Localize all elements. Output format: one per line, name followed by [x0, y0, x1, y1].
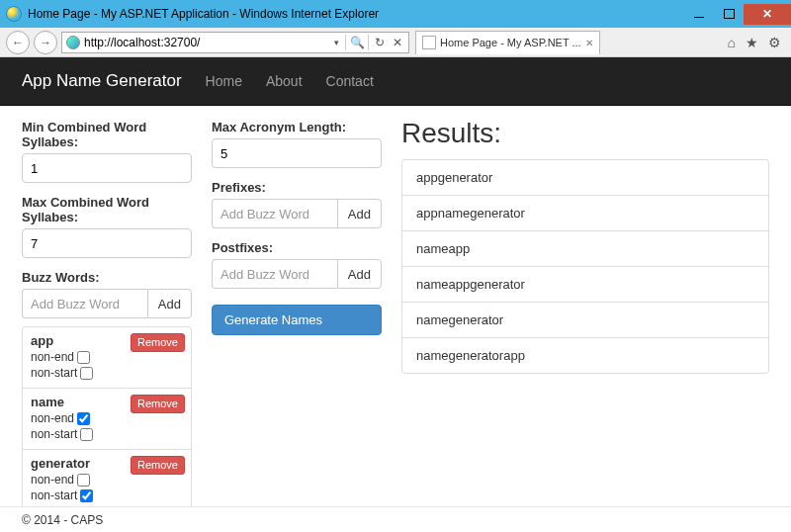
result-item[interactable]: namegeneratorapp — [402, 338, 768, 373]
nonend-checkbox[interactable] — [77, 351, 90, 364]
min-syllables-label: Min Combined Word Syllabes: — [22, 120, 192, 149]
nonend-checkbox[interactable] — [77, 474, 90, 487]
buzz-word-item: generatorRemovenon-endnon-start — [23, 450, 191, 506]
browser-forward-button[interactable]: → — [34, 31, 57, 54]
results-heading: Results: — [401, 118, 769, 149]
buzz-word-item: nameRemovenon-endnon-start — [23, 389, 191, 450]
window-titlebar: Home Page - My ASP.NET Application - Win… — [0, 0, 791, 28]
address-bar[interactable]: ▾ 🔍 ↻ ✕ — [61, 32, 409, 53]
url-dropdown-icon[interactable]: ▾ — [332, 38, 341, 47]
nonend-label: non-end — [31, 350, 74, 364]
nav-contact[interactable]: Contact — [326, 73, 374, 89]
nonstart-checkbox[interactable] — [80, 367, 93, 380]
prefixes-add-button[interactable]: Add — [337, 199, 382, 228]
page-body: Min Combined Word Syllabes: Max Combined… — [0, 106, 791, 506]
nonstart-checkbox[interactable] — [80, 489, 93, 502]
nonstart-label: non-start — [31, 366, 77, 380]
browser-tab[interactable]: Home Page - My ASP.NET ... ✕ — [415, 31, 600, 54]
footer: © 2014 - CAPS — [0, 506, 791, 532]
result-item[interactable]: appgenerator — [402, 160, 768, 196]
max-acronym-input[interactable] — [212, 138, 382, 168]
browser-back-button[interactable]: ← — [6, 31, 30, 54]
nonstart-checkbox[interactable] — [80, 428, 93, 441]
remove-button[interactable]: Remove — [131, 333, 185, 352]
buzz-word-input[interactable] — [22, 289, 147, 318]
results-list: appgeneratorappnamegeneratornameappnamea… — [401, 159, 769, 374]
buzz-words-label: Buzz Words: — [22, 270, 192, 285]
prefixes-label: Prefixes: — [212, 180, 382, 195]
result-item[interactable]: nameapp — [402, 231, 768, 267]
globe-icon — [66, 36, 80, 49]
buzz-word-item: appRemovenon-endnon-start — [23, 327, 191, 389]
postfixes-input[interactable] — [212, 259, 337, 289]
buzz-word-list: appRemovenon-endnon-startnameRemovenon-e… — [22, 326, 192, 506]
window-controls — [684, 4, 791, 25]
refresh-icon[interactable]: ↻ — [373, 36, 387, 49]
stop-icon[interactable]: ✕ — [391, 36, 404, 49]
nonend-label: non-end — [31, 411, 74, 425]
max-syllables-label: Max Combined Word Syllabes: — [22, 195, 192, 224]
remove-button[interactable]: Remove — [131, 456, 185, 475]
min-syllables-input[interactable] — [22, 153, 192, 183]
postfixes-label: Postfixes: — [212, 240, 382, 255]
tab-title: Home Page - My ASP.NET ... — [440, 37, 581, 48]
brand[interactable]: App Name Generator — [22, 71, 182, 91]
nonstart-label: non-start — [31, 427, 77, 441]
favorite-icon[interactable]: ★ — [746, 35, 758, 50]
postfixes-add-button[interactable]: Add — [337, 259, 382, 289]
window-title: Home Page - My ASP.NET Application - Win… — [28, 7, 379, 21]
window-maximize-button[interactable] — [714, 4, 744, 25]
max-syllables-input[interactable] — [22, 228, 192, 258]
result-item[interactable]: nameappgenerator — [402, 267, 768, 303]
generate-button[interactable]: Generate Names — [212, 305, 382, 335]
footer-text: © 2014 - CAPS — [22, 513, 103, 527]
window-minimize-button[interactable] — [684, 4, 714, 25]
nav-about[interactable]: About — [266, 73, 303, 89]
search-icon[interactable]: 🔍 — [350, 36, 364, 49]
tools-icon[interactable]: ⚙ — [768, 35, 781, 50]
buzz-word-add-button[interactable]: Add — [147, 289, 192, 318]
home-icon[interactable]: ⌂ — [728, 35, 736, 50]
browser-toolbar: ← → ▾ 🔍 ↻ ✕ Home Page - My ASP.NET ... ✕… — [0, 28, 791, 57]
prefixes-input[interactable] — [212, 199, 337, 228]
nonend-checkbox[interactable] — [77, 412, 90, 425]
max-acronym-label: Max Acronym Length: — [212, 120, 382, 134]
app-navbar: App Name Generator Home About Contact — [0, 57, 791, 106]
nonstart-label: non-start — [31, 488, 77, 502]
window-close-button[interactable] — [744, 4, 791, 25]
tab-close-icon[interactable]: ✕ — [585, 38, 593, 48]
url-input[interactable] — [84, 36, 328, 49]
remove-button[interactable]: Remove — [131, 395, 185, 413]
favicon-icon — [422, 36, 436, 49]
result-item[interactable]: namegenerator — [402, 303, 768, 338]
ie-logo-icon — [6, 6, 22, 22]
nonend-label: non-end — [31, 473, 74, 487]
nav-home[interactable]: Home — [206, 73, 242, 89]
result-item[interactable]: appnamegenerator — [402, 196, 768, 231]
